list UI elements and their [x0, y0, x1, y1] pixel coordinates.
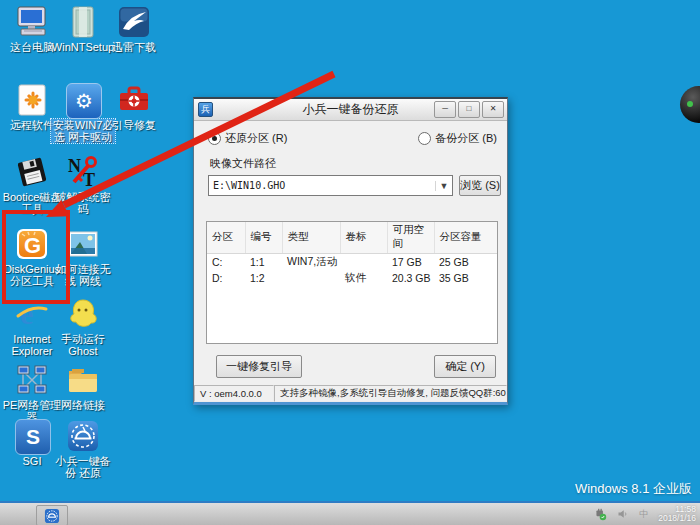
- photo-icon: [66, 227, 100, 261]
- xiaobing-icon: [44, 508, 60, 524]
- desktop-icon-boot-repair[interactable]: 引导修复: [102, 83, 166, 131]
- remote-software-icon: [15, 83, 49, 117]
- gear-installer-icon: ⚙: [66, 83, 100, 117]
- dialog-statusbar: V : oem4.0.0.0 支持多种镜像,多系统引导自动修复, 问题反馈QQ群…: [194, 385, 507, 402]
- folder-icon: [66, 363, 100, 397]
- image-path-combobox[interactable]: E:\WIN10.GHO ▼: [208, 175, 453, 196]
- taskbar-clock[interactable]: 11:58 2018/1/16: [658, 505, 696, 523]
- floating-assistant-ball[interactable]: [680, 86, 700, 123]
- backup-partition-radio[interactable]: [418, 132, 431, 145]
- input-method-indicator[interactable]: 中: [639, 508, 648, 521]
- backup-restore-dialog: 兵 小兵一键备份还原 ─ □ ✕ 还原分区 (R) 备份分区 (B) 映像文件路…: [193, 97, 508, 405]
- maximize-button[interactable]: □: [458, 101, 480, 118]
- version-text: V : oem4.0.0.0: [194, 385, 274, 402]
- volume-icon[interactable]: [617, 508, 629, 520]
- thunder-icon: [117, 5, 151, 39]
- highlight-box: [2, 210, 70, 304]
- desktop-icon-network-links[interactable]: 网络链接: [51, 363, 115, 411]
- status-info-text: 支持多种镜像,多系统引导自动修复, 问题反馈QQ群:606616468: [274, 385, 507, 402]
- xiaobing-icon: [66, 419, 100, 453]
- boot-repair-toolbox-icon: [117, 83, 151, 117]
- close-button[interactable]: ✕: [482, 101, 504, 118]
- repair-boot-button[interactable]: 一键修复引导: [216, 355, 302, 378]
- backup-partition-label: 备份分区 (B): [435, 131, 497, 146]
- taskbar-app-xiaobing[interactable]: [36, 505, 68, 525]
- partition-table[interactable]: 分区编号 类型卷标 可用空间分区容量 C:1:1 WIN7,活动 17 GB25…: [206, 221, 498, 344]
- desktop: { "desktop": { "background_color": "#179…: [0, 0, 700, 525]
- floppy-disk-icon: [15, 155, 49, 189]
- safely-remove-icon[interactable]: [594, 508, 607, 521]
- svg-text:T: T: [83, 170, 95, 189]
- status-dot: [687, 101, 693, 107]
- table-header-row: 分区编号 类型卷标 可用空间分区容量: [207, 222, 497, 254]
- chevron-down-icon[interactable]: ▼: [435, 181, 452, 191]
- dialog-titlebar[interactable]: 兵 小兵一键备份还原 ─ □ ✕: [194, 99, 507, 121]
- image-path-value: E:\WIN10.GHO: [209, 180, 435, 191]
- nt-password-key-icon: NT: [66, 155, 100, 189]
- winntsetup-icon: [66, 5, 100, 39]
- table-row[interactable]: C:1:1 WIN7,活动 17 GB25 GB: [207, 254, 497, 271]
- os-watermark: Windows 8.1 企业版: [575, 480, 692, 498]
- network-manager-icon: [15, 363, 49, 397]
- system-tray[interactable]: 中 11:58 2018/1/16: [594, 503, 696, 525]
- desktop-icon-crack-password[interactable]: NT 破解系统密码: [51, 155, 115, 215]
- minimize-button[interactable]: ─: [434, 101, 456, 118]
- computer-icon: [15, 5, 49, 39]
- ghost-icon: [66, 297, 100, 331]
- svg-text:N: N: [68, 156, 81, 176]
- table-row[interactable]: D:1:2 软件 20.3 GB35 GB: [207, 270, 497, 286]
- restore-partition-radio[interactable]: [208, 132, 221, 145]
- sgi-icon: S: [15, 419, 49, 453]
- ok-button[interactable]: 确定 (Y): [434, 355, 496, 378]
- taskbar[interactable]: 中 11:58 2018/1/16: [0, 501, 700, 525]
- restore-partition-label: 还原分区 (R): [225, 131, 287, 146]
- desktop-icon-run-ghost[interactable]: 手动运行 Ghost: [51, 297, 115, 357]
- desktop-icon-thunder[interactable]: 迅雷下载: [102, 5, 166, 53]
- image-path-label: 映像文件路径: [210, 156, 507, 171]
- browse-button[interactable]: 浏览 (S): [459, 175, 501, 196]
- desktop-icon-xiaobing-backup[interactable]: 小兵一键备份 还原: [51, 419, 115, 479]
